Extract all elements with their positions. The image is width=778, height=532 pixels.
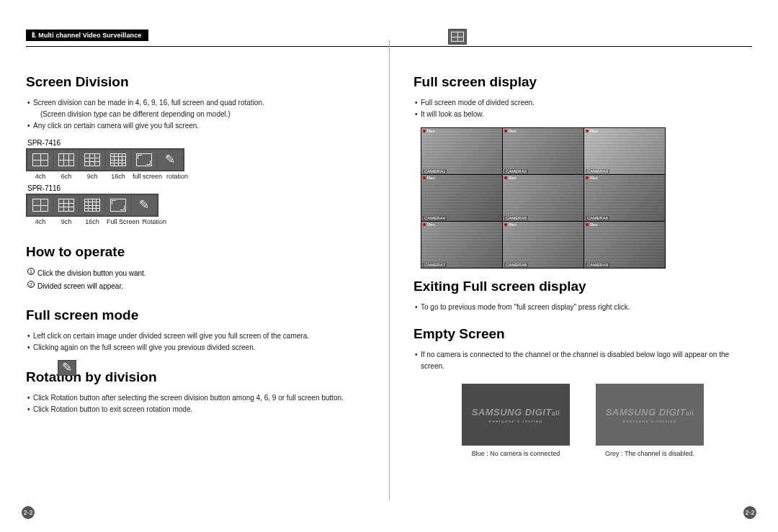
brand-tagline: everyone's invited xyxy=(489,419,543,423)
bullet: Any click on certain camera will give yo… xyxy=(27,120,369,132)
brand-logo: SAMSUNG DIGITall xyxy=(472,407,560,418)
empty-bullets: If no camera is connected to the channel… xyxy=(415,349,752,372)
screen-division-bullets: Screen division can be made in 4, 6, 9, … xyxy=(27,97,369,132)
step: 2Divided screen will appear. xyxy=(27,280,369,293)
mode-9ch[interactable] xyxy=(54,196,79,215)
bullet: Click Rotation button after selecting th… xyxy=(27,392,369,404)
mode-4ch[interactable] xyxy=(28,196,53,215)
page-number-left: 2-2 xyxy=(22,506,35,519)
camera-cell: RecCAMERA1 xyxy=(421,128,502,174)
labels-7416: 4ch 6ch 9ch 16ch full screen rotation xyxy=(27,173,369,180)
camera-cell: RecCAMERA2 xyxy=(503,128,584,174)
logo-row: SAMSUNG DIGITall everyone's invited SAMS… xyxy=(413,384,752,446)
subnote: (Screen division type can be different d… xyxy=(40,110,231,118)
logo-card-grey: SAMSUNG DIGITall everyone's invited xyxy=(596,384,704,446)
fullscreen-icon xyxy=(110,199,126,212)
margin-rotation-icon: ✎ xyxy=(58,360,76,376)
section-tab: Ⅱ. Multi channel Video Surveillance xyxy=(26,30,148,41)
model-label-7416: SPR-7416 xyxy=(27,139,369,147)
logo-card-blue: SAMSUNG DIGITall everyone's invited xyxy=(462,384,570,446)
bullet: Click Rotation button to exit screen rot… xyxy=(27,404,369,415)
mode-6ch[interactable] xyxy=(54,150,79,169)
labels-7116: 4ch 9ch 16ch Full Screen Rotation xyxy=(27,218,369,225)
caption-grey: Grey : The channel is disabled. xyxy=(596,450,704,457)
heading-exiting-full-screen: Exiting Full screen display xyxy=(413,279,752,294)
heading-empty-screen: Empty Screen xyxy=(413,326,752,342)
camera-cell: RecCAMERA8 xyxy=(503,222,584,268)
columns: Screen Division Screen division can be m… xyxy=(26,68,752,500)
mode-16ch[interactable] xyxy=(80,196,104,215)
heading-full-screen-mode: Full screen mode xyxy=(26,307,369,323)
mode-fullscreen[interactable] xyxy=(132,150,156,169)
full-display-bullets: Full screen mode of divided screen. It w… xyxy=(415,97,752,120)
right-column: Full screen display Full screen mode of … xyxy=(389,68,752,500)
rotation-icon: ✎ xyxy=(163,153,177,167)
left-column: Screen Division Screen division can be m… xyxy=(26,68,389,500)
bullet: If no camera is connected to the channel… xyxy=(415,349,752,372)
camera-cell: RecCAMERA3 xyxy=(584,128,665,174)
camera-cell: RecCAMERA4 xyxy=(421,175,502,221)
mode-rotation[interactable]: ✎ xyxy=(158,150,182,169)
camera-cell: RecCAMERA9 xyxy=(584,222,665,268)
rotation-icon: ✎ xyxy=(137,198,151,212)
bullet: Full screen mode of divided screen. xyxy=(415,97,752,109)
camera-cell: RecCAMERA5 xyxy=(503,175,584,221)
mode-9ch[interactable] xyxy=(80,150,104,169)
step: 1Click the division button you want. xyxy=(27,267,369,280)
model-label-7116: SPR-7116 xyxy=(27,184,369,192)
rotation-bullets: Click Rotation button after selecting th… xyxy=(27,392,369,415)
mode-fullscreen[interactable] xyxy=(106,196,130,215)
bullet: To go to previous mode from "full screen… xyxy=(415,302,752,313)
mode-buttons-7416: ✎ xyxy=(26,148,184,171)
heading-rotation-by-division: Rotation by division xyxy=(26,369,369,385)
mode-rotation[interactable]: ✎ xyxy=(132,196,156,215)
camera-cell: RecCAMERA6 xyxy=(584,175,665,221)
bullet: Clicking again on the full screen will g… xyxy=(27,342,369,353)
camera-cell: RecCAMERA7 xyxy=(421,222,502,268)
bullet: It will look as below. xyxy=(415,109,752,120)
brand-tagline: everyone's invited xyxy=(623,419,677,423)
camera-grid-screenshot: RecCAMERA1 RecCAMERA2 RecCAMERA3 RecCAME… xyxy=(421,127,666,269)
how-to-steps: 1Click the division button you want. 2Di… xyxy=(27,267,369,293)
mode-4ch[interactable] xyxy=(28,150,53,169)
page-number-right: 2-2 xyxy=(743,506,756,519)
logo-captions: Blue : No camera is connected Grey : The… xyxy=(413,450,752,457)
fullscreen-icon xyxy=(136,153,152,166)
mode-buttons-7116: ✎ xyxy=(26,194,158,217)
bullet: Left click on certain image under divide… xyxy=(27,330,369,342)
brand-logo: SAMSUNG DIGITall xyxy=(606,407,694,418)
heading-how-to-operate: How to operate xyxy=(26,244,369,260)
heading-screen-division: Screen Division xyxy=(26,74,369,90)
caption-blue: Blue : No camera is connected xyxy=(462,450,570,457)
exit-bullets: To go to previous mode from "full screen… xyxy=(415,302,752,313)
mode-16ch[interactable] xyxy=(106,150,130,169)
heading-full-screen-display: Full screen display xyxy=(413,74,752,90)
bullet: Screen division can be made in 4, 6, 9, … xyxy=(27,97,369,120)
manual-page: Ⅱ. Multi channel Video Surveillance Scre… xyxy=(0,0,778,532)
margin-grid-icon xyxy=(448,29,467,45)
full-mode-bullets: Left click on certain image under divide… xyxy=(27,330,369,353)
